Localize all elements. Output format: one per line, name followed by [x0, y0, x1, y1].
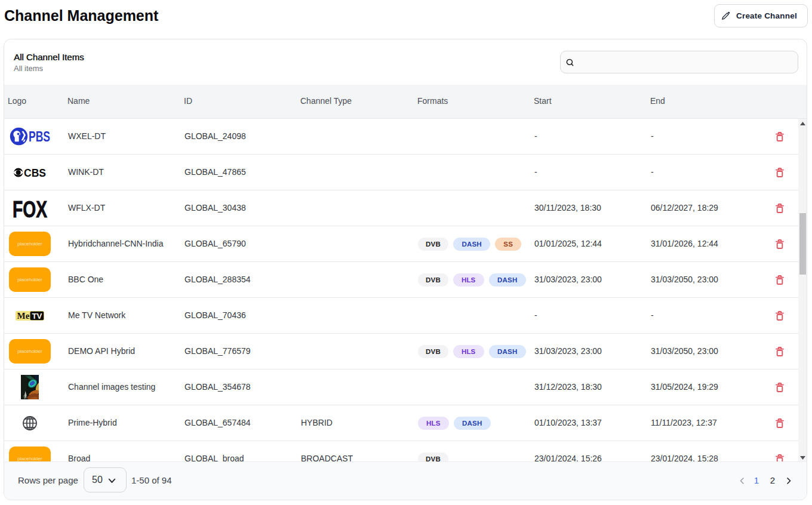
svg-text:PBS: PBS: [29, 128, 50, 144]
svg-text:TV: TV: [32, 312, 42, 321]
svg-text:CBS: CBS: [24, 167, 46, 178]
svg-text:Me: Me: [17, 311, 30, 321]
svg-text:FOX: FOX: [13, 197, 47, 220]
